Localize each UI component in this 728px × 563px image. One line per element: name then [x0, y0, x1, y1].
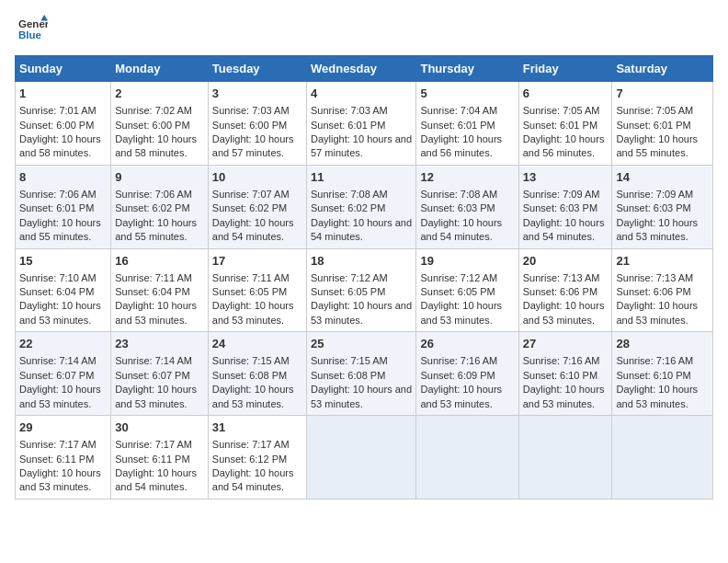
sunset-text: Sunset: 6:11 PM	[19, 454, 94, 465]
sunrise-text: Sunrise: 7:05 AM	[523, 105, 600, 116]
sunrise-text: Sunrise: 7:13 AM	[523, 272, 600, 283]
calendar-cell: 29Sunrise: 7:17 AMSunset: 6:11 PMDayligh…	[16, 416, 111, 500]
day-number: 6	[523, 86, 609, 102]
daylight-text: Daylight: 10 hours and 53 minutes.	[420, 384, 502, 408]
sunset-text: Sunset: 6:07 PM	[19, 370, 94, 381]
daylight-text: Daylight: 10 hours and 53 minutes.	[19, 467, 101, 492]
day-number: 14	[616, 169, 709, 186]
calendar-cell: 11Sunrise: 7:08 AMSunset: 6:02 PMDayligh…	[306, 165, 415, 248]
daylight-text: Daylight: 10 hours and 53 minutes.	[311, 384, 412, 408]
sunrise-text: Sunrise: 7:17 AM	[115, 439, 192, 450]
calendar-cell: 23Sunrise: 7:14 AMSunset: 6:07 PMDayligh…	[111, 332, 209, 416]
calendar-cell: 22Sunrise: 7:14 AMSunset: 6:07 PMDayligh…	[16, 332, 111, 416]
daylight-text: Daylight: 10 hours and 55 minutes.	[19, 217, 101, 242]
day-number: 2	[115, 86, 204, 102]
column-header-wednesday: Wednesday	[306, 56, 415, 82]
sunrise-text: Sunrise: 7:11 AM	[115, 272, 192, 283]
sunrise-text: Sunrise: 7:01 AM	[19, 105, 97, 116]
sunrise-text: Sunrise: 7:16 AM	[420, 355, 497, 366]
calendar-cell: 4Sunrise: 7:03 AMSunset: 6:01 PMDaylight…	[306, 82, 415, 166]
day-number: 28	[616, 336, 709, 352]
calendar-cell: 7Sunrise: 7:05 AMSunset: 6:01 PMDaylight…	[612, 82, 713, 166]
logo: General Blue	[15, 15, 48, 48]
calendar-cell: 27Sunrise: 7:16 AMSunset: 6:10 PMDayligh…	[518, 332, 612, 416]
week-row-4: 22Sunrise: 7:14 AMSunset: 6:07 PMDayligh…	[16, 332, 713, 416]
sunrise-text: Sunrise: 7:09 AM	[523, 189, 600, 200]
svg-text:Blue: Blue	[18, 29, 42, 40]
sunset-text: Sunset: 6:08 PM	[311, 370, 385, 381]
daylight-text: Daylight: 10 hours and 54 minutes.	[311, 217, 412, 242]
sunset-text: Sunset: 6:00 PM	[19, 120, 94, 131]
day-number: 9	[115, 169, 204, 186]
sunrise-text: Sunrise: 7:14 AM	[19, 355, 97, 366]
calendar-cell: 3Sunrise: 7:03 AMSunset: 6:00 PMDaylight…	[208, 82, 306, 166]
calendar-cell	[518, 416, 612, 500]
day-number: 3	[212, 86, 302, 102]
daylight-text: Daylight: 10 hours and 57 minutes.	[311, 133, 412, 158]
calendar-cell: 15Sunrise: 7:10 AMSunset: 6:04 PMDayligh…	[16, 248, 111, 332]
daylight-text: Daylight: 10 hours and 57 minutes.	[212, 133, 294, 158]
sunset-text: Sunset: 6:00 PM	[212, 120, 287, 131]
day-number: 13	[523, 169, 609, 186]
sunset-text: Sunset: 6:07 PM	[115, 370, 189, 381]
daylight-text: Daylight: 10 hours and 53 minutes.	[115, 384, 197, 408]
calendar-cell: 24Sunrise: 7:15 AMSunset: 6:08 PMDayligh…	[208, 332, 306, 416]
sunrise-text: Sunrise: 7:12 AM	[420, 272, 497, 283]
daylight-text: Daylight: 10 hours and 58 minutes.	[19, 133, 101, 158]
column-header-saturday: Saturday	[612, 56, 713, 82]
sunrise-text: Sunrise: 7:03 AM	[311, 105, 388, 116]
day-number: 1	[19, 86, 107, 102]
sunset-text: Sunset: 6:05 PM	[212, 286, 287, 297]
sunset-text: Sunset: 6:01 PM	[420, 120, 495, 131]
daylight-text: Daylight: 10 hours and 55 minutes.	[115, 217, 197, 242]
calendar-cell: 5Sunrise: 7:04 AMSunset: 6:01 PMDaylight…	[416, 82, 518, 166]
daylight-text: Daylight: 10 hours and 53 minutes.	[420, 300, 502, 325]
sunset-text: Sunset: 6:11 PM	[115, 454, 189, 465]
calendar-cell: 12Sunrise: 7:08 AMSunset: 6:03 PMDayligh…	[416, 165, 518, 248]
daylight-text: Daylight: 10 hours and 56 minutes.	[523, 133, 605, 158]
day-number: 23	[115, 336, 204, 352]
sunset-text: Sunset: 6:12 PM	[212, 454, 287, 465]
sunset-text: Sunset: 6:08 PM	[212, 370, 287, 381]
calendar-cell: 25Sunrise: 7:15 AMSunset: 6:08 PMDayligh…	[306, 332, 415, 416]
calendar-cell: 2Sunrise: 7:02 AMSunset: 6:00 PMDaylight…	[111, 82, 209, 166]
calendar-cell: 16Sunrise: 7:11 AMSunset: 6:04 PMDayligh…	[111, 248, 209, 332]
sunrise-text: Sunrise: 7:13 AM	[616, 272, 693, 283]
daylight-text: Daylight: 10 hours and 54 minutes.	[212, 217, 294, 242]
day-number: 22	[19, 336, 107, 352]
day-number: 26	[420, 336, 514, 352]
svg-marker-2	[40, 15, 48, 20]
week-row-3: 15Sunrise: 7:10 AMSunset: 6:04 PMDayligh…	[16, 248, 713, 332]
sunset-text: Sunset: 6:02 PM	[311, 202, 385, 213]
daylight-text: Daylight: 10 hours and 53 minutes.	[311, 300, 412, 325]
week-row-2: 8Sunrise: 7:06 AMSunset: 6:01 PMDaylight…	[16, 165, 713, 248]
calendar-cell	[306, 416, 415, 500]
daylight-text: Daylight: 10 hours and 53 minutes.	[115, 300, 197, 325]
calendar-body: 1Sunrise: 7:01 AMSunset: 6:00 PMDaylight…	[16, 82, 713, 500]
sunrise-text: Sunrise: 7:06 AM	[19, 189, 97, 200]
daylight-text: Daylight: 10 hours and 54 minutes.	[523, 217, 605, 242]
day-number: 10	[212, 169, 302, 186]
sunrise-text: Sunrise: 7:15 AM	[212, 355, 290, 366]
sunrise-text: Sunrise: 7:08 AM	[311, 189, 388, 200]
daylight-text: Daylight: 10 hours and 53 minutes.	[616, 384, 698, 408]
day-number: 21	[616, 253, 709, 270]
calendar-cell: 17Sunrise: 7:11 AMSunset: 6:05 PMDayligh…	[208, 248, 306, 332]
sunset-text: Sunset: 6:04 PM	[19, 286, 94, 297]
column-header-tuesday: Tuesday	[208, 56, 306, 82]
day-number: 29	[19, 419, 107, 436]
sunset-text: Sunset: 6:04 PM	[115, 286, 189, 297]
sunrise-text: Sunrise: 7:17 AM	[212, 439, 290, 450]
sunset-text: Sunset: 6:10 PM	[616, 370, 690, 381]
calendar-cell: 9Sunrise: 7:06 AMSunset: 6:02 PMDaylight…	[111, 165, 209, 248]
sunset-text: Sunset: 6:05 PM	[311, 286, 385, 297]
daylight-text: Daylight: 10 hours and 54 minutes.	[115, 467, 197, 492]
sunset-text: Sunset: 6:06 PM	[616, 286, 690, 297]
column-header-thursday: Thursday	[416, 56, 518, 82]
sunrise-text: Sunrise: 7:16 AM	[523, 355, 600, 366]
sunset-text: Sunset: 6:01 PM	[311, 120, 385, 131]
day-number: 5	[420, 86, 514, 102]
sunset-text: Sunset: 6:01 PM	[523, 120, 597, 131]
calendar-cell: 26Sunrise: 7:16 AMSunset: 6:09 PMDayligh…	[416, 332, 518, 416]
calendar-cell: 14Sunrise: 7:09 AMSunset: 6:03 PMDayligh…	[612, 165, 713, 248]
